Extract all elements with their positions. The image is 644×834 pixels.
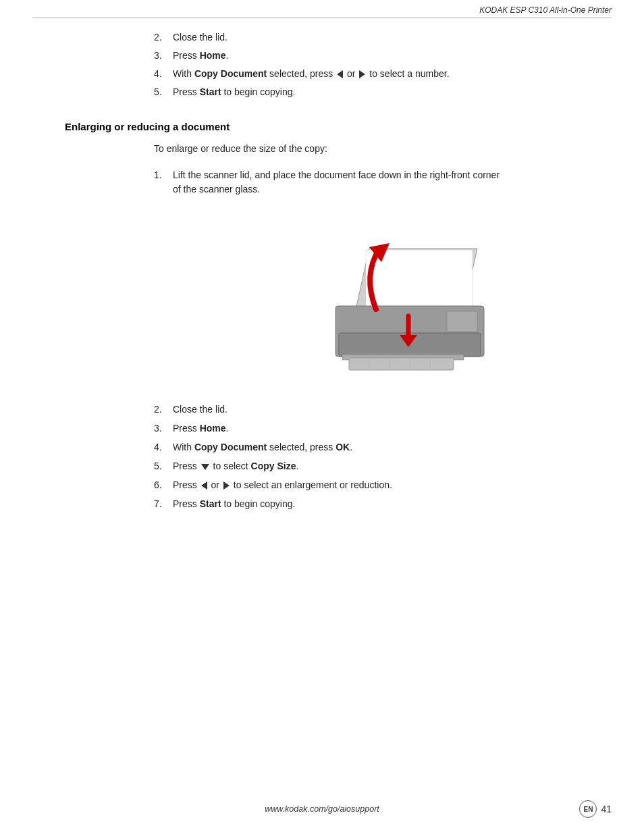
main-content: 2.Close the lid.3.Press Home.4.With Copy… xyxy=(0,30,644,511)
top-list-item: 3.Press Home. xyxy=(154,49,612,63)
bottom-list-item: 1.Lift the scanner lid, and place the do… xyxy=(154,168,612,197)
step-text: With Copy Document selected, press OK. xyxy=(173,440,612,454)
down-arrow-icon xyxy=(201,464,209,470)
step-num: 1. xyxy=(154,168,173,197)
step-num: 5. xyxy=(154,85,173,99)
right-arrow-icon xyxy=(223,481,230,490)
top-list-item: 4.With Copy Document selected, press or … xyxy=(154,67,612,81)
footer-right: EN 41 xyxy=(579,800,612,818)
bottom-list-item: 4.With Copy Document selected, press OK. xyxy=(154,440,612,454)
language-badge: EN xyxy=(579,800,597,818)
step-num: 3. xyxy=(154,49,173,63)
printer-svg xyxy=(308,201,511,384)
section-heading: Enlarging or reducing a document xyxy=(65,121,612,132)
top-list-item: 5.Press Start to begin copying. xyxy=(154,85,612,99)
bottom-list-item: 7.Press Start to begin copying. xyxy=(154,497,612,511)
left-arrow-icon xyxy=(337,70,343,78)
intro-paragraph: To enlarge or reduce the size of the cop… xyxy=(154,142,612,156)
bottom-list-item: 5.Press to select Copy Size. xyxy=(154,459,612,473)
step-text: Lift the scanner lid, and place the docu… xyxy=(173,168,612,197)
step-num: 5. xyxy=(154,459,173,473)
header-divider xyxy=(32,18,612,18)
step-text: Close the lid. xyxy=(173,402,612,417)
bottom-list-item: 6.Press or to select an enlargement or r… xyxy=(154,478,612,492)
step-text: Press Start to begin copying. xyxy=(173,497,612,511)
step-text: With Copy Document selected, press or to… xyxy=(173,67,612,81)
step-text: Press to select Copy Size. xyxy=(173,459,612,473)
right-arrow-icon xyxy=(359,70,365,78)
svg-rect-7 xyxy=(349,358,454,370)
top-steps-list: 2.Close the lid.3.Press Home.4.With Copy… xyxy=(154,30,612,99)
footer-url: www.kodak.com/go/aiosupport xyxy=(265,804,379,814)
header-title: KODAK ESP C310 All-in-One Printer xyxy=(479,5,612,15)
svg-rect-5 xyxy=(447,311,477,332)
step-num: 2. xyxy=(154,402,173,417)
step-text: Press Home. xyxy=(173,49,612,63)
step-text: Close the lid. xyxy=(173,30,612,45)
step-text: Press Home. xyxy=(173,421,612,436)
step-num: 4. xyxy=(154,440,173,454)
step-num: 2. xyxy=(154,30,173,45)
bottom-list-item: 3.Press Home. xyxy=(154,421,612,436)
page-footer: www.kodak.com/go/aiosupport EN 41 xyxy=(0,800,644,818)
bottom-steps-list: 1.Lift the scanner lid, and place the do… xyxy=(154,168,612,511)
left-arrow-icon xyxy=(201,481,207,490)
step-num: 3. xyxy=(154,421,173,436)
step-num: 7. xyxy=(154,497,173,511)
step-text: Press or to select an enlargement or red… xyxy=(173,478,612,492)
top-list-item: 2.Close the lid. xyxy=(154,30,612,45)
step-text: Press Start to begin copying. xyxy=(173,85,612,99)
page-header: KODAK ESP C310 All-in-One Printer xyxy=(0,0,644,18)
printer-illustration xyxy=(208,201,612,384)
step-num: 6. xyxy=(154,478,173,492)
step-num: 4. xyxy=(154,67,173,81)
page-number: 41 xyxy=(601,804,612,814)
page: KODAK ESP C310 All-in-One Printer 2.Clos… xyxy=(0,0,644,834)
bottom-list-item: 2.Close the lid. xyxy=(154,402,612,417)
